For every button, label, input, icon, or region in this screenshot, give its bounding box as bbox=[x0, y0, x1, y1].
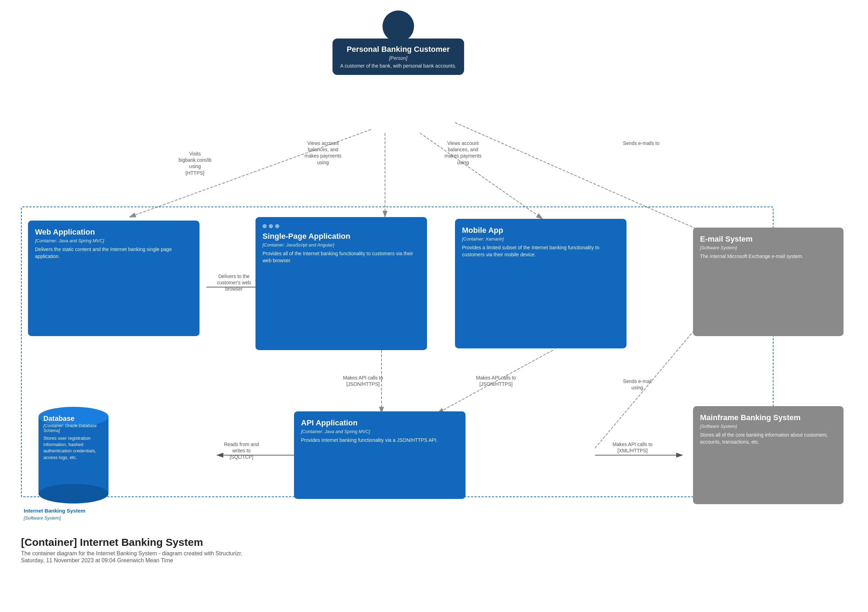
customer-icon bbox=[383, 11, 414, 42]
mobile-app-node: Mobile App [Container: Xamarin] Provides… bbox=[455, 219, 626, 348]
customer-desc: A customer of the bank, with personal ba… bbox=[340, 63, 456, 68]
customer-title: Personal Banking Customer bbox=[340, 45, 456, 54]
mainframe-desc: Stores all of the core banking informati… bbox=[700, 432, 837, 445]
mobile-app-desc: Provides a limited subset of the Interne… bbox=[462, 244, 620, 258]
web-app-node: Web Application [Container: Java and Spr… bbox=[28, 221, 200, 336]
database-type: [Container: Oracle Database Schema] bbox=[43, 423, 104, 433]
footer-title: [Container] Internet Banking System bbox=[21, 536, 242, 548]
database-title: Database bbox=[43, 415, 104, 422]
web-app-desc: Delivers the static content and the Inte… bbox=[35, 246, 192, 260]
customer-node: Personal Banking Customer [Person] A cus… bbox=[333, 11, 464, 75]
spa-type: [Container: JavaScript and Angular] bbox=[262, 242, 420, 247]
api-app-type: [Container: Java and Spring MVC] bbox=[301, 429, 459, 434]
api-app-desc: Provides Internet banking functionality … bbox=[301, 437, 459, 444]
diagram-area: Personal Banking Customer [Person] A cus… bbox=[0, 0, 868, 578]
views-balances2-label: Views accountbalances, andmakes payments… bbox=[445, 140, 482, 166]
web-app-title: Web Application bbox=[35, 228, 192, 237]
mainframe-node: Mainframe Banking System [Software Syste… bbox=[693, 406, 843, 504]
spa-node: Single-Page Application [Container: Java… bbox=[256, 217, 427, 350]
mainframe-title: Mainframe Banking System bbox=[700, 413, 837, 422]
spa-title: Single-Page Application bbox=[262, 232, 420, 241]
customer-type: [Person] bbox=[340, 55, 456, 61]
email-system-type: [Software System] bbox=[700, 245, 837, 250]
footer: [Container] Internet Banking System The … bbox=[21, 536, 242, 564]
footer-description: The container diagram for the Internet B… bbox=[21, 550, 242, 557]
boundary-sublabel: [Software System] bbox=[24, 516, 60, 520]
mobile-app-type: [Container: Xamarin] bbox=[462, 236, 620, 242]
api-app-node: API Application [Container: Java and Spr… bbox=[294, 412, 465, 499]
views-balances1-label: Views accountbalances, andmakes payments… bbox=[304, 140, 342, 166]
mainframe-type: [Software System] bbox=[700, 424, 837, 429]
svg-point-14 bbox=[39, 484, 108, 503]
web-app-type: [Container: Java and Spring MVC] bbox=[35, 238, 192, 243]
email-system-desc: The internal Microsoft Exchange e-mail s… bbox=[700, 253, 837, 260]
database-node: Database [Container: Oracle Database Sch… bbox=[28, 396, 200, 515]
customer-body: Personal Banking Customer [Person] A cus… bbox=[333, 39, 464, 75]
visits-label: Visitsbigbank.com/ibusing[HTTPS] bbox=[178, 151, 211, 176]
spa-desc: Provides all of the Internet banking fun… bbox=[262, 250, 420, 264]
email-system-node: E-mail System [Software System] The inte… bbox=[693, 228, 843, 336]
api-app-title: API Application bbox=[301, 418, 459, 427]
sends-email-label: Sends e-mails to bbox=[623, 140, 659, 146]
footer-date: Saturday, 11 November 2023 at 09:04 Gree… bbox=[21, 558, 242, 564]
database-desc: Stores user registration information, ha… bbox=[43, 435, 104, 461]
mobile-app-title: Mobile App bbox=[462, 226, 620, 235]
email-system-title: E-mail System bbox=[700, 235, 837, 244]
